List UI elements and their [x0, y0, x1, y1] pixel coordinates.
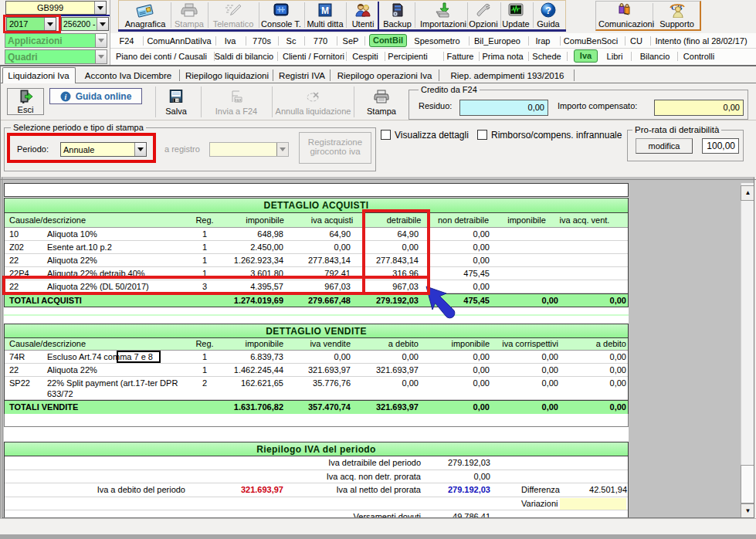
- svg-text:?: ?: [545, 5, 551, 16]
- svg-text:M: M: [321, 5, 329, 16]
- svg-text:i: i: [64, 92, 66, 100]
